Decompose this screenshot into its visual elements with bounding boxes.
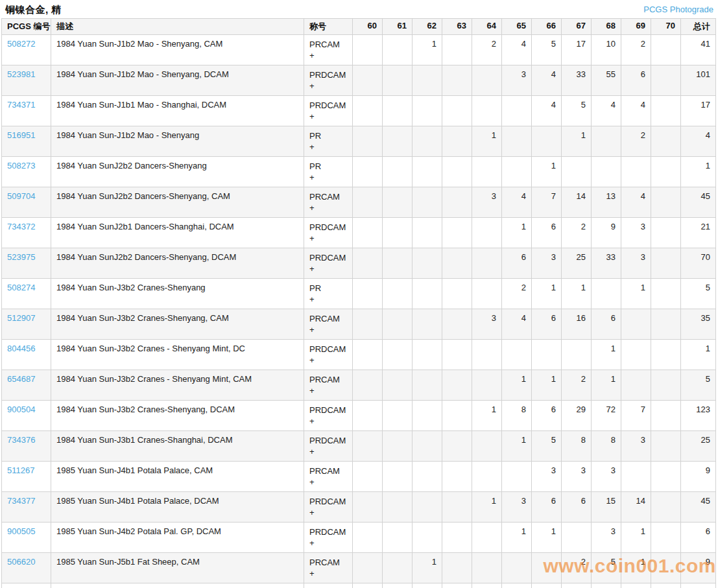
grade-count-cell: [353, 401, 383, 431]
grade-count-cell: 15: [592, 492, 621, 523]
grade-count-cell: 1: [532, 370, 562, 401]
designation-label: PRDCAM: [309, 100, 347, 111]
coin-description: 1984 Yuan SunJ2b2 Dancers-Shenyang, DCAM: [51, 248, 304, 279]
grade-count-cell: [562, 523, 592, 553]
grade-total-cell: 25: [681, 431, 716, 462]
grade-count-cell: [353, 370, 383, 401]
grade-count-cell: 3: [621, 431, 651, 462]
grade-count-cell: 3: [502, 65, 532, 96]
pcgs-number-link[interactable]: 523981: [7, 69, 35, 79]
grade-count-cell: 33: [562, 65, 592, 96]
grade-count-cell: [651, 401, 681, 431]
grade-count-cell: 3: [592, 523, 621, 553]
pcgs-number-link[interactable]: 511267: [7, 465, 34, 475]
grade-count-cell: 2: [502, 279, 532, 309]
designation-plus: +: [309, 111, 347, 122]
pcgs-number-link[interactable]: 508273: [7, 161, 35, 171]
grade-count-cell: [651, 187, 681, 218]
grade-count-cell: 1: [502, 218, 532, 248]
designation-plus: +: [309, 568, 347, 579]
grade-count-cell: 2: [562, 370, 592, 401]
col-header-grade-70: 70: [651, 19, 681, 35]
pcgs-number-link[interactable]: 804456: [7, 344, 35, 353]
pcgs-photograde-link[interactable]: PCGS Photograde: [643, 5, 713, 14]
grade-count-cell: [651, 35, 681, 65]
pcgs-number-cell: 734371: [2, 96, 51, 126]
grade-count-cell: [383, 218, 413, 248]
pcgs-number-cell: 734376: [2, 431, 51, 462]
pcgs-number-link[interactable]: 508274: [7, 283, 35, 292]
grade-count-cell: [502, 462, 532, 492]
grade-count-cell: 17: [562, 35, 592, 65]
grade-count-cell: [383, 462, 413, 492]
pcgs-number-link[interactable]: 509704: [7, 191, 35, 201]
pcgs-number-cell: 734377: [2, 492, 51, 523]
grade-count-cell: [651, 492, 681, 523]
pcgs-number-link[interactable]: 734372: [7, 222, 35, 231]
coin-description: 1985 Yuan Sun-J5b1 Fat Sheep, CAM: [51, 553, 304, 583]
pcgs-number-link[interactable]: 516951: [7, 130, 35, 140]
designation-label: PRDCAM: [309, 69, 347, 80]
pcgs-number-link[interactable]: 508272: [7, 39, 35, 49]
designation-plus: +: [309, 202, 347, 213]
grade-count-cell: 1: [562, 126, 592, 157]
grade-count-cell: 4: [502, 309, 532, 340]
grade-count-cell: 6: [532, 492, 562, 523]
pcgs-number-link[interactable]: 900505: [7, 526, 35, 536]
table-row: 508272 1984 Yuan Sun-J1b2 Mao - Shenyang…: [2, 35, 716, 65]
grade-count-cell: 1: [472, 401, 502, 431]
grade-count-cell: 2: [472, 35, 502, 65]
grade-count-cell: 1: [502, 370, 532, 401]
grade-count-cell: [413, 431, 442, 462]
pcgs-number-link[interactable]: 734377: [7, 496, 35, 506]
grade-count-cell: 33: [592, 248, 621, 279]
designation-label: PRDCAM: [309, 526, 347, 537]
table-header-row: PCGS 编号 描述 称号 6061626364656667686970总计: [2, 19, 716, 35]
designation-label: PR: [309, 283, 347, 294]
grade-count-cell: [472, 462, 502, 492]
grade-count-cell: [651, 218, 681, 248]
grade-count-cell: 1: [621, 279, 651, 309]
designation-plus: +: [309, 385, 347, 396]
grade-count-cell: 1: [502, 523, 532, 553]
grade-count-cell: 14: [621, 492, 651, 523]
grade-count-cell: [442, 279, 472, 309]
grade-count-cell: 1: [592, 370, 621, 401]
grade-count-cell: [383, 340, 413, 370]
coin-description: 1984 Yuan SunJ2b2 Dancers-Shenyang, CAM: [51, 187, 304, 218]
coin-description: 1984 Yuan Sun-J3b2 Cranes - Shenyang Min…: [51, 370, 304, 401]
table-row: 734372 1984 Yuan SunJ2b1 Dancers-Shangha…: [2, 218, 716, 248]
table-row: 734371 1984 Yuan Sun-J1b1 Mao - Shanghai…: [2, 96, 716, 126]
grade-count-cell: [353, 126, 383, 157]
grade-count-cell: 3: [592, 462, 621, 492]
grade-count-cell: 25: [562, 248, 592, 279]
designation-plus: +: [309, 172, 347, 183]
grade-count-cell: 5: [592, 553, 621, 583]
pcgs-number-link[interactable]: 900504: [7, 405, 35, 414]
grade-count-cell: [472, 370, 502, 401]
grade-count-cell: [413, 248, 442, 279]
grade-count-cell: 1: [472, 126, 502, 157]
grade-count-cell: [442, 218, 472, 248]
pcgs-number-cell: 804456: [2, 340, 51, 370]
grade-count-cell: [413, 96, 442, 126]
pcgs-number-link[interactable]: 506620: [7, 557, 35, 567]
grade-count-cell: [442, 309, 472, 340]
grade-count-cell: 1: [532, 279, 562, 309]
pcgs-number-link[interactable]: 734376: [7, 435, 35, 445]
designation-plus: +: [309, 537, 347, 548]
pcgs-number-link[interactable]: 734371: [7, 100, 35, 110]
grade-count-cell: [651, 279, 681, 309]
grade-count-cell: [353, 35, 383, 65]
grade-count-cell: [413, 279, 442, 309]
grade-count-cell: [413, 187, 442, 218]
pcgs-number-link[interactable]: 654687: [7, 374, 35, 384]
grade-count-cell: 3: [472, 187, 502, 218]
grade-count-cell: [413, 523, 442, 553]
pcgs-number-link[interactable]: 523975: [7, 252, 35, 262]
grade-count-cell: [353, 279, 383, 309]
col-header-grade-62: 62: [413, 19, 442, 35]
pcgs-number-link[interactable]: 512907: [7, 313, 35, 323]
grade-count-cell: [413, 583, 442, 588]
grade-count-cell: 8: [562, 431, 592, 462]
